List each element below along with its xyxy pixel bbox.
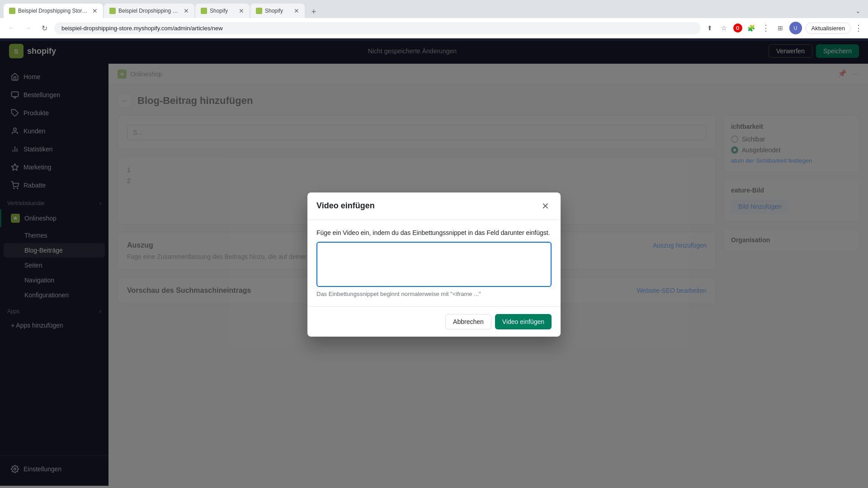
address-input[interactable] bbox=[54, 22, 701, 34]
tab2-label: Beispiel Dropshipping Store bbox=[118, 8, 181, 14]
more-options-icon[interactable]: ⋮ bbox=[854, 23, 863, 33]
modal-textarea[interactable] bbox=[316, 242, 552, 287]
forward-button[interactable]: → bbox=[22, 22, 34, 34]
tab1-close[interactable]: ✕ bbox=[92, 7, 98, 14]
tab3-icon bbox=[201, 8, 207, 14]
menu-icon[interactable]: ⋮ bbox=[760, 23, 771, 33]
browser-chrome: Beispiel Dropshipping Store · E... ✕ Bei… bbox=[0, 0, 868, 38]
tab4-icon bbox=[256, 8, 262, 14]
tab2-icon bbox=[109, 8, 116, 14]
reload-button[interactable]: ↻ bbox=[38, 22, 51, 34]
confirm-video-button[interactable]: Video einfügen bbox=[495, 314, 552, 329]
cancel-button[interactable]: Abbrechen bbox=[445, 314, 491, 329]
modal-body: Füge ein Video ein, indem du das Einbett… bbox=[307, 220, 561, 306]
extensions-icon[interactable]: 🧩 bbox=[746, 23, 757, 33]
browser-tab-2[interactable]: Beispiel Dropshipping Store ✕ bbox=[104, 4, 194, 18]
tab4-label: Shopify bbox=[265, 8, 291, 14]
modal-footer: Abbrechen Video einfügen bbox=[307, 306, 561, 337]
aktualisieren-button[interactable]: Aktualisieren bbox=[806, 23, 851, 34]
opera-icon: O bbox=[733, 23, 742, 33]
modal-title: Video einfügen bbox=[316, 201, 375, 211]
browser-tabs-bar: Beispiel Dropshipping Store · E... ✕ Bei… bbox=[0, 0, 868, 18]
new-tab-button[interactable]: + bbox=[307, 5, 320, 18]
modal-hint: Das Einbettungssnippet beginnt normalerw… bbox=[316, 291, 552, 297]
tab1-label: Beispiel Dropshipping Store · E... bbox=[18, 8, 90, 14]
tab4-close[interactable]: ✕ bbox=[294, 7, 299, 14]
modal: Video einfügen ✕ Füge ein Video ein, ind… bbox=[307, 192, 561, 337]
share-icon: ⬆ bbox=[704, 23, 715, 33]
tab2-close[interactable]: ✕ bbox=[184, 7, 189, 14]
browser-tab-1[interactable]: Beispiel Dropshipping Store · E... ✕ bbox=[4, 4, 103, 18]
bookmark-icon[interactable]: ☆ bbox=[719, 23, 730, 33]
modal-overlay[interactable]: Video einfügen ✕ Füge ein Video ein, ind… bbox=[0, 41, 868, 486]
browser-tab-3[interactable]: Shopify ✕ bbox=[195, 4, 250, 18]
grid-icon[interactable]: ⊞ bbox=[775, 23, 786, 33]
browser-tab-4[interactable]: Shopify ✕ bbox=[250, 4, 305, 18]
tab3-close[interactable]: ✕ bbox=[239, 7, 244, 14]
tab3-label: Shopify bbox=[210, 8, 236, 14]
browser-address-bar: ← → ↻ ⬆ ☆ O 🧩 ⋮ ⊞ U Aktualisieren ⋮ bbox=[0, 18, 868, 38]
user-avatar[interactable]: U bbox=[789, 22, 802, 34]
modal-header: Video einfügen ✕ bbox=[307, 192, 561, 220]
modal-close-button[interactable]: ✕ bbox=[539, 200, 552, 212]
back-button[interactable]: ← bbox=[5, 22, 18, 34]
tab-list-button[interactable]: ⌄ bbox=[852, 4, 864, 18]
modal-description: Füge ein Video ein, indem du das Einbett… bbox=[316, 229, 552, 236]
tab1-icon bbox=[9, 8, 15, 14]
